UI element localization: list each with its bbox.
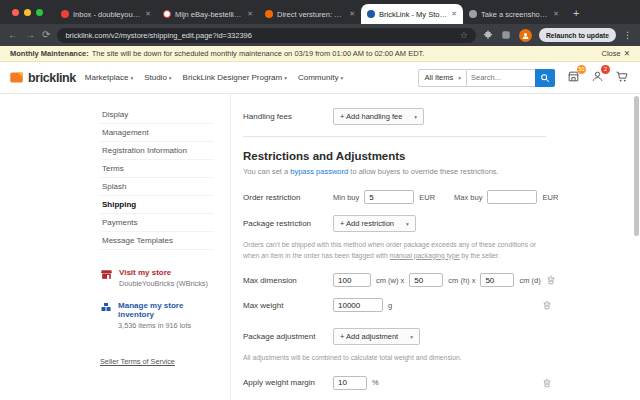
add-handling-fee-dropdown[interactable]: + Add handling fee ▾ xyxy=(333,108,424,125)
notifications-badge: 2 xyxy=(601,65,610,74)
bookmark-star-icon[interactable]: ☆ xyxy=(460,30,468,40)
extensions-puzzle-icon[interactable] xyxy=(483,30,494,41)
nav-designer-program[interactable]: BrickLink Designer Program ▾ xyxy=(183,73,287,82)
sidebar-item-display[interactable]: Display xyxy=(100,106,214,124)
search-scope-dropdown[interactable]: All Items ▾ xyxy=(418,69,467,87)
search-button[interactable] xyxy=(535,69,555,87)
nav-marketplace[interactable]: Marketplace ▾ xyxy=(85,73,133,82)
chevron-down-icon: ▾ xyxy=(340,75,343,81)
minimize-window-button[interactable] xyxy=(24,9,31,16)
manage-inventory-label: Manage my store inventory xyxy=(118,301,214,319)
zoom-window-button[interactable] xyxy=(36,9,43,16)
max-buy-currency: EUR xyxy=(542,193,558,202)
weight-margin-row: Apply weight margin % xyxy=(243,376,560,390)
visit-my-store-link[interactable]: Visit my store DoubleYouBricks (WBricks) xyxy=(100,268,214,288)
tab-close-icon[interactable]: ✕ xyxy=(247,10,253,18)
cart-button[interactable] xyxy=(615,69,629,87)
max-height-input[interactable] xyxy=(409,273,443,287)
new-tab-button[interactable]: + xyxy=(573,7,579,19)
delete-max-dimension-button[interactable] xyxy=(546,275,556,285)
visit-store-label: Visit my store xyxy=(119,268,208,277)
bricklink-logo[interactable]: bricklink xyxy=(9,70,76,85)
max-weight-label: Max weight xyxy=(243,301,333,310)
min-buy-input[interactable] xyxy=(364,190,414,204)
tab-close-icon[interactable]: ✕ xyxy=(451,10,457,18)
banner-title: Monthly Maintenance: xyxy=(10,49,89,58)
chevron-down-icon: ▾ xyxy=(406,221,409,227)
nav-label: BrickLink Designer Program xyxy=(183,73,283,82)
sidebar-item-message-templates[interactable]: Message Templates xyxy=(100,232,214,250)
maintenance-banner: Monthly Maintenance: The site will be do… xyxy=(0,46,640,62)
storefront-icon xyxy=(100,268,113,281)
profile-avatar[interactable] xyxy=(519,29,532,42)
reload-icon[interactable]: ⟳ xyxy=(42,30,50,40)
scrollbar-thumb[interactable] xyxy=(634,96,639,236)
url-field[interactable]: bricklink.com/v2/mystore/shipping_edit.p… xyxy=(57,28,476,43)
package-restriction-row: Package restriction + Add restriction ▾ xyxy=(243,215,560,232)
min-buy-label: Min buy xyxy=(333,193,359,202)
add-adjustment-dropdown[interactable]: + Add adjustment ▾ xyxy=(333,328,420,345)
max-weight-input[interactable] xyxy=(333,298,383,312)
search-icon xyxy=(540,73,550,83)
chevron-down-icon: ▾ xyxy=(414,114,417,120)
seller-tos-link[interactable]: Seller Terms of Service xyxy=(100,357,175,366)
package-adjustment-label: Package adjustment xyxy=(243,332,333,341)
sidebar-item-registration[interactable]: Registration Information xyxy=(100,142,214,160)
tab-bricklink-active[interactable]: BrickLink - My Store Settings ✕ xyxy=(361,4,463,24)
page-scrollbar[interactable] xyxy=(634,46,639,400)
manage-inventory-link[interactable]: Manage my store inventory 3,536 items in… xyxy=(100,301,214,330)
tab-close-icon[interactable]: ✕ xyxy=(553,10,559,18)
sidebar-item-shipping[interactable]: Shipping xyxy=(100,196,214,214)
sidebar-item-terms[interactable]: Terms xyxy=(100,160,214,178)
order-restriction-row: Order restriction Min buy EUR Max buy EU… xyxy=(243,190,560,204)
account-button[interactable]: 2 xyxy=(591,69,604,87)
add-restriction-dropdown[interactable]: + Add restriction ▾ xyxy=(333,215,416,232)
search-input[interactable] xyxy=(467,69,535,87)
sidebar-item-management[interactable]: Management xyxy=(100,124,214,142)
tab-title: Inbox - doubleyoubrick@gm... xyxy=(73,10,141,19)
max-buy-input[interactable] xyxy=(487,190,537,204)
package-adjustment-row: Package adjustment + Add adjustment ▾ xyxy=(243,328,560,345)
shipping-settings-form: Handling fees + Add handling fee ▾ Restr… xyxy=(230,94,560,400)
banner-close-button[interactable]: Close ✕ xyxy=(602,49,630,58)
tab-postnl[interactable]: Direct versturen: pakket, brie... ✕ xyxy=(259,4,361,24)
manual-packaging-type-link[interactable]: manual packaging type xyxy=(390,252,460,259)
browser-window: Inbox - doubleyoubrick@gm... ✕ Mijn eBay… xyxy=(0,0,640,400)
bypass-password-link[interactable]: bypass password xyxy=(290,167,348,176)
weight-margin-input[interactable] xyxy=(333,376,367,390)
extension-icon[interactable] xyxy=(501,30,512,41)
tab-ebay[interactable]: Mijn eBay-bestellingen ✕ xyxy=(157,4,259,24)
nav-label: Marketplace xyxy=(85,73,129,82)
nav-label: Community xyxy=(298,73,338,82)
sidebar-item-payments[interactable]: Payments xyxy=(100,214,214,232)
chevron-down-icon: ▾ xyxy=(284,75,287,81)
max-depth-input[interactable] xyxy=(480,273,514,287)
tab-title: Mijn eBay-bestellingen xyxy=(175,10,243,19)
max-width-input[interactable] xyxy=(333,273,371,287)
back-icon[interactable]: ← xyxy=(8,30,18,40)
tab-title: Take a screenshot on Mac - S... xyxy=(481,10,549,19)
nav-studio[interactable]: Studio ▾ xyxy=(144,73,171,82)
sidebar-links: Visit my store DoubleYouBricks (WBricks)… xyxy=(100,268,214,368)
banner-message: The site will be down for scheduled mont… xyxy=(92,49,425,58)
close-icon: ✕ xyxy=(624,49,630,58)
forward-icon[interactable]: → xyxy=(25,30,35,40)
my-store-button[interactable]: 50 xyxy=(567,69,580,87)
order-restriction-label: Order restriction xyxy=(243,193,333,202)
relaunch-update-button[interactable]: Relaunch to update xyxy=(539,28,616,42)
url-text[interactable]: bricklink.com/v2/mystore/shipping_edit.p… xyxy=(65,31,453,40)
browser-menu-icon[interactable]: ⋮ xyxy=(623,30,632,40)
close-window-button[interactable] xyxy=(12,9,19,16)
weight-margin-unit: % xyxy=(372,378,379,387)
delete-max-weight-button[interactable] xyxy=(542,300,552,310)
sidebar-item-splash[interactable]: Splash xyxy=(100,178,214,196)
nav-community[interactable]: Community ▾ xyxy=(298,73,343,82)
tab-close-icon[interactable]: ✕ xyxy=(145,10,151,18)
delete-weight-margin-button[interactable] xyxy=(542,378,552,388)
tab-close-icon[interactable]: ✕ xyxy=(349,10,355,18)
package-restriction-label: Package restriction xyxy=(243,219,333,228)
nav-label: Studio xyxy=(144,73,167,82)
site-header: bricklink Marketplace ▾ Studio ▾ BrickLi… xyxy=(0,62,640,94)
tab-gmail[interactable]: Inbox - doubleyoubrick@gm... ✕ xyxy=(55,4,157,24)
tab-screenshot-help[interactable]: Take a screenshot on Mac - S... ✕ xyxy=(463,4,565,24)
